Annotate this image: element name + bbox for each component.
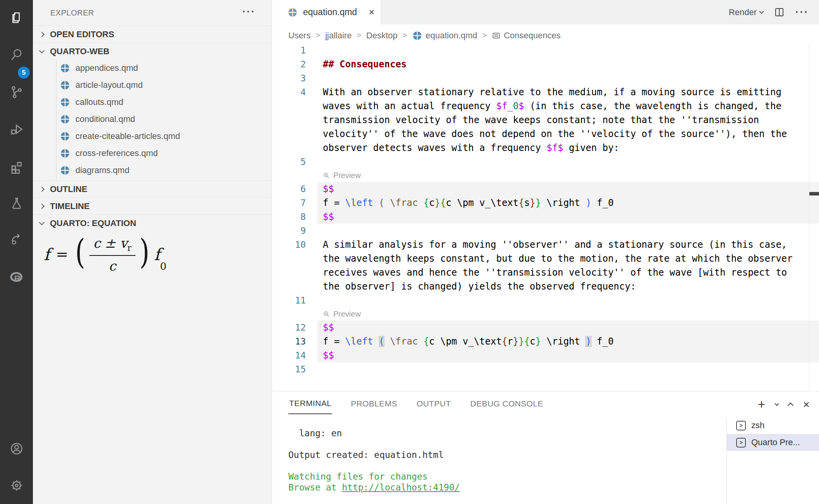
breadcrumb-item[interactable]: Desktop — [366, 31, 398, 41]
maximize-panel-icon[interactable] — [788, 403, 794, 409]
code-line[interactable]: observer detects waves with a frequency … — [317, 141, 819, 155]
breadcrumb-item[interactable]: Users — [288, 31, 310, 41]
file-item[interactable]: create-citeable-articles.qmd — [33, 128, 272, 145]
code-line[interactable]: $$ — [317, 348, 819, 362]
code-line[interactable]: waves with an actual frequency $f_0$ (in… — [317, 99, 819, 113]
code-line[interactable]: With an observer stationary relative to … — [317, 85, 819, 99]
breadcrumb-item[interactable]: equation.qmd — [412, 31, 477, 41]
code-token: $$ — [323, 211, 334, 222]
code-token: transmission velocity of the wave keeps … — [323, 115, 759, 125]
terminal-session-item[interactable]: >Quarto Pre... — [727, 434, 819, 451]
render-button[interactable]: Render — [729, 7, 763, 17]
code-line[interactable] — [317, 224, 819, 238]
rendered-equation: f = ( c ± vr c ) f 0 — [44, 235, 166, 274]
testing-icon[interactable] — [9, 196, 24, 211]
file-item[interactable]: diagrams.qmd — [33, 162, 272, 179]
code-token: c \pm v_\text — [429, 336, 502, 347]
run-debug-icon[interactable] — [9, 122, 24, 137]
section-quarto-web[interactable]: QUARTO-WEB — [33, 43, 272, 60]
code-line[interactable]: the wavelength keeps constant, but due t… — [317, 252, 819, 266]
terminal-session-label: zsh — [751, 420, 764, 430]
code-line[interactable]: f = \left ( \frac {c \pm v_\text{r}}{c} … — [317, 334, 819, 348]
panel-tab-output[interactable]: OUTPUT — [416, 394, 452, 414]
code-token: } — [535, 197, 541, 208]
code-token: the observer] is changed) yields the obs… — [323, 281, 636, 292]
split-editor-icon[interactable] — [774, 7, 785, 17]
code-line[interactable]: f = \left ( \frac {c}{c \pm v_\text{s}} … — [317, 196, 819, 210]
code-line[interactable]: $$ — [317, 210, 819, 224]
editor-more-icon[interactable]: ··· — [795, 6, 809, 18]
terminal-session-item[interactable]: >zsh — [727, 417, 819, 434]
code-line[interactable] — [317, 155, 819, 169]
file-item[interactable]: appendices.qmd — [33, 60, 272, 77]
editor-group: equation.qmd × Render ··· Users>jjallair… — [272, 0, 819, 391]
code-token: r — [507, 336, 513, 347]
section-quarto-equation[interactable]: QUARTO: EQUATION — [33, 214, 272, 231]
section-open-editors[interactable]: OPEN EDITORS — [33, 26, 272, 43]
code-line[interactable] — [317, 71, 819, 85]
explorer-icon[interactable] — [9, 10, 24, 25]
code-token: { — [423, 197, 429, 208]
code-line[interactable]: the observer] is changed) yields the obs… — [317, 279, 819, 293]
panel-tab-problems[interactable]: PROBLEMS — [350, 394, 398, 414]
new-terminal-icon[interactable]: + — [758, 397, 766, 412]
code-line[interactable]: $$ — [317, 182, 819, 196]
breadcrumb-item[interactable]: Consequences — [492, 31, 561, 41]
settings-gear-icon[interactable] — [9, 478, 24, 493]
explorer-more-icon[interactable]: ··· — [242, 5, 255, 18]
terminal-dropdown-icon[interactable] — [775, 401, 779, 406]
code-token: c — [530, 336, 535, 347]
panel-tab-terminal[interactable]: TERMINAL — [288, 393, 332, 414]
terminal-link[interactable]: http://localhost:4190/ — [342, 482, 460, 492]
code-row: 5 — [272, 155, 819, 169]
code-line[interactable]: Preview — [317, 307, 819, 321]
tab-equation-qmd[interactable]: equation.qmd × — [272, 0, 381, 24]
code-line[interactable]: receives waves and hence the ''transmiss… — [317, 266, 819, 279]
code-line[interactable]: A similar analysis for a moving ''observ… — [317, 238, 819, 252]
breadcrumb-item[interactable]: jjallaire — [325, 31, 351, 41]
codelens-preview[interactable]: Preview — [333, 307, 361, 321]
terminal-text: lang: en — [288, 428, 342, 438]
file-item[interactable]: cross-references.qmd — [33, 145, 272, 162]
code-row: 13f = \left ( \frac {c \pm v_\text{r}}{c… — [272, 334, 819, 348]
code-token: ( — [379, 197, 384, 208]
file-item[interactable]: article-layout.qmd — [33, 77, 272, 94]
code-token: } — [535, 336, 541, 347]
overview-ruler-mark — [809, 192, 819, 195]
section-outline[interactable]: OUTLINE — [33, 180, 272, 197]
file-name: callouts.qmd — [75, 97, 123, 107]
source-control-icon[interactable] — [9, 85, 24, 99]
tab-title: equation.qmd — [303, 7, 357, 17]
line-number: 14 — [272, 348, 306, 362]
live-share-icon[interactable] — [9, 232, 24, 247]
search-icon[interactable] — [9, 47, 24, 62]
code-token: $$ — [323, 183, 334, 194]
chevron-right-icon — [39, 203, 45, 209]
code-line[interactable]: transmission velocity of the wave keeps … — [317, 113, 819, 127]
file-name: cross-references.qmd — [75, 148, 158, 158]
r-language-icon[interactable]: R — [9, 270, 24, 285]
code-line[interactable]: ## Consequences — [317, 57, 819, 71]
breadcrumb-separator: > — [482, 31, 487, 40]
file-item[interactable]: conditional.qmd — [33, 111, 272, 128]
close-panel-icon[interactable]: × — [803, 398, 810, 411]
code-token: ) — [586, 336, 591, 347]
section-timeline[interactable]: TIMELINE — [33, 197, 272, 214]
code-line[interactable] — [317, 43, 819, 57]
code-token: velocity'' of the wave does not depend o… — [323, 129, 787, 139]
tab-close-icon[interactable]: × — [368, 6, 374, 18]
account-icon[interactable] — [9, 441, 24, 456]
panel-tab-debug-console[interactable]: DEBUG CONSOLE — [469, 394, 544, 414]
code-row: velocity'' of the wave does not depend o… — [272, 127, 819, 141]
code-line[interactable]: velocity'' of the wave does not depend o… — [317, 127, 819, 141]
codelens-preview[interactable]: Preview — [333, 169, 361, 182]
code-line[interactable]: $$ — [317, 321, 819, 334]
code-line[interactable] — [317, 293, 819, 307]
code-line[interactable]: Preview — [317, 169, 819, 182]
terminal-output: lang: enOutput created: equation.htmlWat… — [288, 428, 460, 493]
code-token: $f$ — [547, 142, 563, 153]
extensions-icon[interactable] — [9, 159, 24, 174]
file-item[interactable]: callouts.qmd — [33, 94, 272, 111]
code-row: 12$$ — [272, 321, 819, 334]
code-line[interactable] — [317, 362, 819, 376]
